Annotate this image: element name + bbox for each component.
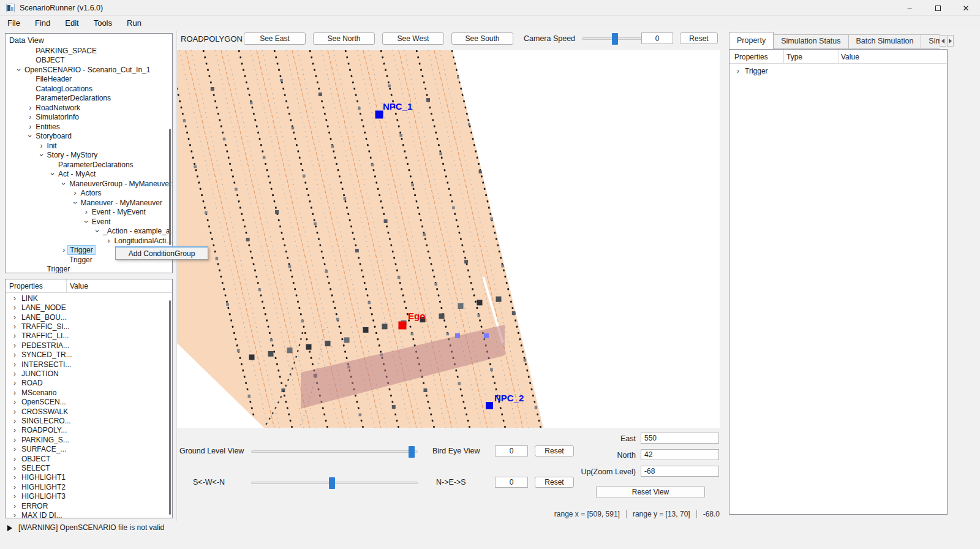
chevron-right-icon[interactable]: › xyxy=(11,379,18,387)
tree-row-fileheader[interactable]: FileHeader xyxy=(6,75,165,85)
tree-row-story-mystory[interactable]: ›Story - MyStory xyxy=(6,151,165,161)
reset-view-button[interactable]: Reset View xyxy=(596,486,705,498)
rp-col-divider[interactable] xyxy=(838,50,839,63)
tree-row-event[interactable]: ›Event xyxy=(6,217,165,227)
marker-square[interactable] xyxy=(399,322,407,330)
prop-row-openscen-[interactable]: ›OpenSCEN... xyxy=(6,397,165,407)
chevron-right-icon[interactable]: › xyxy=(11,361,18,368)
see-south-button[interactable]: See South xyxy=(451,32,513,45)
prop-row-error[interactable]: ›ERROR xyxy=(6,501,165,511)
prop-row-select[interactable]: ›SELECT xyxy=(6,463,165,473)
chevron-right-icon[interactable]: › xyxy=(26,104,34,112)
prop-row-road[interactable]: ›ROAD xyxy=(6,379,165,388)
chevron-right-icon[interactable]: › xyxy=(11,445,18,453)
rotation-reset-button[interactable]: Reset xyxy=(535,477,574,488)
prop-row-crosswalk[interactable]: ›CROSSWALK xyxy=(6,407,165,417)
map-viewport[interactable]: NPC_1EgoNPC_2 xyxy=(177,50,720,428)
tree-row-simulatorinfo[interactable]: ›SimulatorInfo xyxy=(6,113,165,123)
chevron-right-icon[interactable]: › xyxy=(734,67,742,75)
marker-square[interactable] xyxy=(375,111,383,119)
chevron-right-icon[interactable]: › xyxy=(11,502,18,510)
camera-speed-slider[interactable] xyxy=(582,37,648,40)
tree-row-act-myact[interactable]: ›Act - MyAct xyxy=(6,170,165,180)
road-map-canvas[interactable]: NPC_1EgoNPC_2 xyxy=(177,50,720,428)
camera-speed-input[interactable] xyxy=(641,32,673,44)
menu-run[interactable]: Run xyxy=(119,17,149,29)
chevron-right-icon[interactable]: › xyxy=(11,493,18,500)
rp-col-divider[interactable] xyxy=(783,50,784,63)
tree-row-roadnetwork[interactable]: ›RoadNetwork xyxy=(6,103,165,113)
tree-row-longitudinalacti-[interactable]: ›LongitudinalActi... xyxy=(6,236,165,246)
chevron-right-icon[interactable]: › xyxy=(83,208,90,216)
prop-row-mscenario[interactable]: ›MScenario xyxy=(6,388,165,398)
chevron-right-icon[interactable]: › xyxy=(11,398,18,406)
prop-row-highlight1[interactable]: ›HIGHLIGHT1 xyxy=(6,473,165,483)
chevron-right-icon[interactable]: › xyxy=(11,323,18,330)
camera-speed-slider-handle[interactable] xyxy=(612,33,618,45)
rotation-input[interactable] xyxy=(495,477,528,488)
chevron-right-icon[interactable]: › xyxy=(11,436,18,444)
prop-row-traffic-si-[interactable]: ›TRAFFIC_SI... xyxy=(6,322,165,331)
tree-row-cataloglocations[interactable]: CatalogLocations xyxy=(6,84,165,94)
column-divider[interactable] xyxy=(66,279,67,292)
chevron-right-icon[interactable]: › xyxy=(11,512,18,518)
chevron-right-icon[interactable]: › xyxy=(11,351,18,358)
north-input[interactable] xyxy=(641,449,719,460)
bird-eye-reset-button[interactable]: Reset xyxy=(535,445,574,456)
prop-row-lane-node[interactable]: ›LANE_NODE xyxy=(6,303,165,312)
tree-row-init[interactable]: ›Init xyxy=(6,141,165,151)
tab-simulation-status[interactable]: Simulation Status xyxy=(774,34,848,49)
tree-row-maneuvergroup-mymaneuver-[interactable]: ›ManeuverGroup - MyManeuver... xyxy=(6,179,165,189)
rotation-slider[interactable] xyxy=(251,482,418,484)
chevron-right-icon[interactable]: › xyxy=(105,237,112,244)
prop-row-object[interactable]: ›OBJECT xyxy=(6,454,165,464)
chevron-right-icon[interactable]: › xyxy=(26,123,34,131)
tree-row-entities[interactable]: ›Entities xyxy=(6,122,165,132)
see-west-button[interactable]: See West xyxy=(382,32,444,45)
maximize-button[interactable] xyxy=(924,0,952,16)
chevron-down-icon[interactable]: › xyxy=(94,227,101,235)
chevron-right-icon[interactable]: › xyxy=(72,189,79,197)
chevron-right-icon[interactable]: › xyxy=(11,295,18,302)
rotation-slider-handle[interactable] xyxy=(329,477,335,489)
chevron-right-icon[interactable]: › xyxy=(11,314,18,321)
tree-row-actors[interactable]: ›Actors xyxy=(6,189,165,199)
up-zoom-input[interactable] xyxy=(641,466,719,477)
rp-trigger-row[interactable]: › Trigger xyxy=(732,66,891,76)
chevron-down-icon[interactable]: › xyxy=(60,180,67,187)
chevron-right-icon[interactable]: › xyxy=(26,113,34,121)
prop-row-link[interactable]: ›LINK xyxy=(6,293,165,303)
east-input[interactable] xyxy=(641,433,719,444)
tree-scrollbar[interactable] xyxy=(169,129,171,245)
prop-row-junction[interactable]: ›JUNCTION xyxy=(6,369,165,379)
chevron-right-icon[interactable]: › xyxy=(11,483,18,491)
tree-row-parameterdeclarations[interactable]: ParameterDeclarations xyxy=(6,94,165,104)
prop-row-lane-bou-[interactable]: ›LANE_BOU... xyxy=(6,312,165,322)
tab-batch-simulation[interactable]: Batch Simulation xyxy=(849,34,922,49)
chevron-right-icon[interactable]: › xyxy=(11,332,18,339)
prop-row-synced-tr-[interactable]: ›SYNCED_TR... xyxy=(6,350,165,360)
prop-row-singlecro-[interactable]: ›SINGLECRO... xyxy=(6,416,165,426)
prop-row-traffic-li-[interactable]: ›TRAFFIC_LI... xyxy=(6,331,165,341)
chevron-right-icon[interactable]: › xyxy=(38,142,45,150)
chevron-down-icon[interactable]: › xyxy=(38,151,45,159)
see-east-button[interactable]: See East xyxy=(244,32,306,45)
properties-scrollbar[interactable] xyxy=(169,300,171,515)
prop-row-surface-[interactable]: ›SURFACE_... xyxy=(6,444,165,454)
chevron-right-icon[interactable]: › xyxy=(11,389,18,396)
chevron-right-icon[interactable]: › xyxy=(11,342,18,349)
tree-row-maneuver-mymaneuver[interactable]: ›Maneuver - MyManeuver xyxy=(6,198,165,208)
prop-row-pedestria-[interactable]: ›PEDESTRIA... xyxy=(6,341,165,350)
tree-row-object[interactable]: OBJECT xyxy=(6,56,165,66)
prop-row-highlight3[interactable]: ›HIGHLIGHT3 xyxy=(6,491,165,501)
chevron-right-icon[interactable]: › xyxy=(60,246,67,254)
tab-scroll-left-button[interactable] xyxy=(940,35,946,47)
prop-row-max-id-di-[interactable]: ›MAX ID DI... xyxy=(6,510,165,518)
minimize-button[interactable]: – xyxy=(895,0,924,16)
chevron-right-icon[interactable]: › xyxy=(11,464,18,472)
bird-eye-input[interactable] xyxy=(495,445,528,456)
ground-level-slider-handle[interactable] xyxy=(409,446,415,458)
status-expander-icon[interactable] xyxy=(7,525,12,531)
chevron-right-icon[interactable]: › xyxy=(11,474,18,481)
chevron-down-icon[interactable]: › xyxy=(83,218,90,225)
